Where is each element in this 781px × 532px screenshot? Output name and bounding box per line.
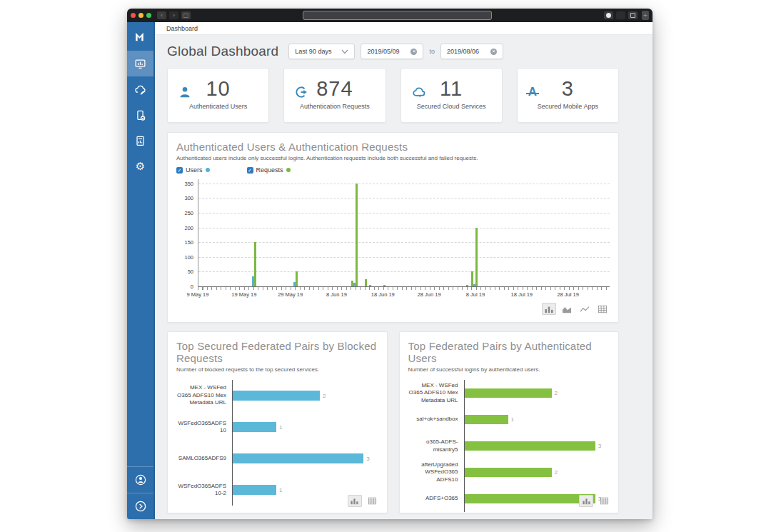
stat-label: Authenticated Users <box>168 103 268 110</box>
stat-card-authenticated-users: 10 Authenticated Users <box>167 68 269 123</box>
gridline <box>198 228 610 229</box>
legend-requests-label: Requests <box>256 166 283 174</box>
clear-date-from-icon[interactable]: ✕ <box>410 49 417 55</box>
sidebar: ⚙ <box>127 22 155 519</box>
breadcrumb-label[interactable]: Dashboard <box>166 25 198 32</box>
app-logo <box>127 22 153 51</box>
y-tick-label: 0 <box>191 283 193 290</box>
range-select[interactable]: Last 90 days <box>288 44 355 59</box>
forward-button[interactable]: › <box>169 11 178 19</box>
authenticated-users-subtitle: Number of successful logins by authentic… <box>408 366 610 373</box>
time-series-chart: 050100150200250300350 9 May 1919 May 192… <box>176 179 610 299</box>
bar-chart-icon <box>350 497 359 505</box>
stat-card-authentication-requests: 874 Authentication Requests <box>283 68 386 123</box>
category-label: SAMLO365ADFS9 <box>176 455 232 462</box>
value-label: 2 <box>555 390 558 396</box>
requests-checkbox[interactable]: ✓ <box>247 167 253 174</box>
expand-chevron-icon <box>134 500 147 513</box>
bar-chart-view-button[interactable] <box>348 495 362 507</box>
requests-bar <box>254 242 256 286</box>
gridline <box>198 213 610 214</box>
sidebar-item-settings[interactable]: ⚙ <box>127 154 153 179</box>
auth-activity-title: Authenticated Users & Authentication Req… <box>176 141 610 153</box>
users-series-dot <box>206 168 210 172</box>
line-chart-icon <box>580 305 590 313</box>
bar-area: 1 <box>232 411 378 443</box>
x-tick-label: 18 Jul 19 <box>511 291 533 298</box>
gridline <box>198 271 610 272</box>
requests-series-dot <box>286 168 291 172</box>
bar-area: 2 <box>232 380 378 411</box>
gridline <box>198 242 610 243</box>
tab-overview-button[interactable]: ▢ <box>181 11 191 19</box>
chevron-down-icon <box>341 49 348 54</box>
value-bar <box>465 388 552 398</box>
x-tick-label: 28 Jul 19 <box>557 291 578 298</box>
legend-users-label: Users <box>186 166 203 174</box>
users-checkbox[interactable]: ✓ <box>176 167 183 174</box>
date-range-controls: Last 90 days 2019/05/09 ✕ to 2019/08/06 … <box>288 44 503 59</box>
authenticated-users-panel: Top Federated Pairs by Authenticated Use… <box>399 331 620 513</box>
sidebar-item-user[interactable] <box>127 466 153 493</box>
requests-bar <box>356 184 358 286</box>
bar-row: MEX - WSFed O365 ADFS10 Mex Metadata URL… <box>408 380 610 406</box>
authenticated-users-title: Top Federated Pairs by Authenticated Use… <box>408 340 610 364</box>
legend-users[interactable]: ✓ Users <box>176 166 210 174</box>
area-chart-view-button[interactable] <box>560 303 574 315</box>
requests-bar <box>296 271 298 286</box>
blocked-requests-panel: Top Secured Federated Pairs by Blocked R… <box>167 331 388 513</box>
close-window-button[interactable] <box>131 13 136 18</box>
gridline <box>198 198 610 199</box>
sidebar-item-mobile[interactable] <box>127 102 153 128</box>
extensions-button[interactable] <box>616 11 625 19</box>
table-view-button[interactable] <box>366 495 380 507</box>
value-bar <box>465 441 595 451</box>
profile-icon <box>606 13 611 18</box>
clear-date-to-icon[interactable]: ✕ <box>490 49 497 55</box>
stat-card-secured-cloud-services: 11 Secured Cloud Services <box>400 68 503 123</box>
y-axis-labels: 050100150200250300350 <box>176 179 195 286</box>
value-bar <box>233 391 320 401</box>
copy-tabs-button[interactable] <box>628 11 638 19</box>
table-view-button[interactable] <box>595 303 610 315</box>
auth-activity-panel: Authenticated Users & Authentication Req… <box>167 132 619 323</box>
gridline <box>198 184 610 184</box>
back-button[interactable]: ‹ <box>157 11 166 19</box>
value-bar <box>465 415 508 424</box>
bar-chart-view-button[interactable] <box>542 303 556 315</box>
category-label: MEX - WSFed O365 ADFS10 Mex Metadata URL <box>408 382 464 404</box>
profile-button[interactable] <box>604 11 613 19</box>
y-tick-label: 250 <box>184 209 193 216</box>
requests-bar <box>475 228 478 286</box>
plot-area <box>198 179 610 287</box>
address-bar[interactable] <box>303 11 492 20</box>
minimize-window-button[interactable] <box>138 13 143 18</box>
copy-icon <box>630 13 635 18</box>
chart-type-toolbar <box>176 303 610 315</box>
settings-gear-icon: ⚙ <box>136 161 145 172</box>
stat-cards: 10 Authenticated Users 874 Authenticatio… <box>167 68 619 123</box>
line-chart-view-button[interactable] <box>578 303 592 315</box>
x-tick-label: 28 Jun 19 <box>418 291 441 298</box>
x-tick-label: 8 Jul 19 <box>466 291 485 298</box>
y-tick-label: 300 <box>184 195 193 201</box>
bar-chart-view-button[interactable] <box>579 495 593 507</box>
table-view-button[interactable] <box>597 495 611 507</box>
window-titlebar: ‹ › ▢ + <box>127 9 652 22</box>
date-from-field[interactable]: 2019/05/09 ✕ <box>361 44 423 59</box>
sidebar-item-reports[interactable] <box>127 128 153 154</box>
zoom-window-button[interactable] <box>146 13 151 18</box>
legend-requests[interactable]: ✓ Requests <box>247 166 291 174</box>
sidebar-item-dashboard[interactable] <box>127 51 153 76</box>
sidebar-item-cloud-services[interactable] <box>127 76 153 102</box>
date-to-field[interactable]: 2019/08/06 ✕ <box>440 44 503 59</box>
blocked-requests-title: Top Secured Federated Pairs by Blocked R… <box>176 340 378 364</box>
value-bar <box>233 422 276 432</box>
brand-m-icon <box>134 31 146 43</box>
new-tab-button[interactable]: + <box>642 11 649 20</box>
stat-label: Secured Cloud Services <box>401 103 502 110</box>
value-bar <box>465 468 552 477</box>
authenticated-users-chart: MEX - WSFed O365 ADFS10 Mex Metadata URL… <box>408 380 610 512</box>
y-tick-label: 100 <box>184 254 193 260</box>
sidebar-item-expand[interactable] <box>127 493 153 519</box>
